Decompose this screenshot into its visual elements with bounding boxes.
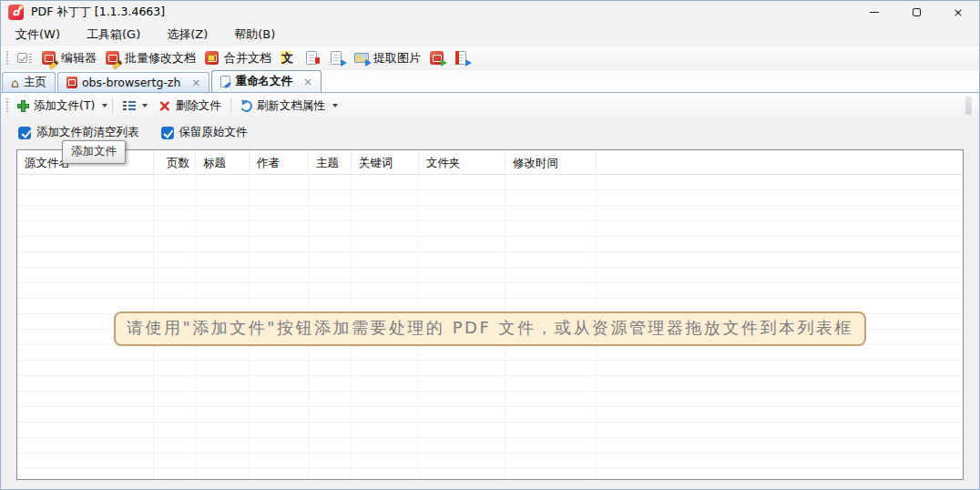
tab-rename-files[interactable]: 重命名文件 × bbox=[211, 70, 322, 92]
rename-doc-button[interactable]: 文 bbox=[277, 49, 300, 67]
column-header-folder[interactable]: 文件夹 bbox=[419, 150, 505, 174]
menu-item-select[interactable]: 选择(Z) bbox=[158, 25, 217, 45]
list-style-dropdown-icon bbox=[142, 104, 148, 107]
doc-export-button[interactable] bbox=[326, 49, 349, 67]
maximize-icon[interactable] bbox=[895, 1, 937, 24]
keep-original-files-checkbox[interactable]: 保留原始文件 bbox=[161, 125, 248, 140]
numbered-list-icon bbox=[122, 100, 136, 111]
pdf-file-icon bbox=[66, 77, 77, 88]
merge-docs-icon bbox=[205, 51, 220, 66]
add-files-button[interactable]: 添加文件(T) bbox=[13, 97, 99, 116]
menu-item-file[interactable]: 文件(W) bbox=[6, 25, 69, 45]
options-row: 添加文件前清空列表 保留原始文件 bbox=[1, 118, 979, 147]
tabbar: ⌂ 主页 obs-browsertg-zh × 重命名文件 × bbox=[1, 70, 979, 92]
extract-images-icon bbox=[354, 51, 370, 66]
add-plus-icon bbox=[17, 100, 29, 112]
rename-doc-icon: 文 bbox=[281, 51, 296, 66]
pdf-editor-icon bbox=[42, 51, 57, 66]
add-files-tooltip: 添加文件 bbox=[62, 140, 126, 164]
app-window: d PDF 补丁丁 [1.1.3.4663] × 文件(W) 工具箱(G) 选择… bbox=[0, 0, 980, 490]
clear-list-before-add-checkbox[interactable]: 添加文件前清空列表 bbox=[18, 125, 139, 140]
delete-files-button[interactable]: × 删除文件 bbox=[153, 97, 225, 116]
menubar: 文件(W) 工具箱(G) 选择(Z) 帮助(B) bbox=[1, 24, 979, 45]
toolbar-gripper[interactable] bbox=[5, 50, 9, 66]
merge-docs-button[interactable]: 合并文档 bbox=[201, 48, 275, 68]
column-header-title[interactable]: 标题 bbox=[196, 150, 250, 174]
close-icon[interactable]: × bbox=[937, 1, 979, 24]
main-toolbar: 编辑器 批量修改文档 合并文档 文 提取图片 bbox=[1, 45, 979, 70]
tab-close-icon[interactable]: × bbox=[303, 76, 312, 88]
doc-structure-icon bbox=[454, 51, 470, 66]
refresh-dropdown-icon[interactable] bbox=[332, 104, 338, 107]
titlebar: d PDF 补丁丁 [1.1.3.4663] × bbox=[1, 1, 979, 24]
window-controls: × bbox=[853, 1, 979, 24]
add-files-dropdown-icon[interactable] bbox=[102, 104, 107, 107]
minimize-icon[interactable] bbox=[853, 1, 895, 24]
checkbox-icon[interactable] bbox=[161, 127, 174, 139]
pdf-extract-icon bbox=[430, 51, 445, 66]
window-title: PDF 补丁丁 [1.1.3.4663] bbox=[31, 5, 165, 20]
rename-toolbar: 添加文件(T) × 删除文件 刷新文档属性 bbox=[1, 93, 979, 118]
pdf-editor-button[interactable]: 编辑器 bbox=[38, 48, 100, 68]
extract-images-button[interactable]: 提取图片 bbox=[351, 48, 424, 68]
menu-item-help[interactable]: 帮助(B) bbox=[225, 25, 284, 45]
checkbox-icon[interactable] bbox=[18, 127, 31, 139]
column-header-filler bbox=[597, 150, 963, 174]
column-header-modified-time[interactable]: 修改时间 bbox=[505, 150, 597, 174]
rename-file-icon bbox=[220, 76, 230, 87]
tab-home[interactable]: ⌂ 主页 bbox=[2, 72, 56, 92]
toolbar-separator bbox=[112, 97, 113, 114]
menu-item-toolbox[interactable]: 工具箱(G) bbox=[77, 25, 149, 45]
toolbar-overflow-handle[interactable] bbox=[965, 96, 972, 115]
file-list-body[interactable]: 请使用"添加文件"按钮添加需要处理的 PDF 文件，或从资源管理器拖放文件到本列… bbox=[17, 175, 963, 479]
doc-export-icon bbox=[330, 51, 345, 66]
column-header-keywords[interactable]: 关键词 bbox=[352, 150, 419, 174]
list-style-button[interactable] bbox=[117, 98, 152, 113]
delete-x-icon: × bbox=[158, 100, 170, 112]
toolbar-separator bbox=[230, 97, 231, 114]
refresh-icon bbox=[239, 98, 254, 114]
home-icon: ⌂ bbox=[11, 77, 19, 89]
select-mode-icon bbox=[17, 51, 33, 66]
file-list-header: 源文件名 页数 标题 作者 主题 关键词 文件夹 修改时间 bbox=[17, 150, 963, 175]
tab-obs-browsertg-zh[interactable]: obs-browsertg-zh × bbox=[57, 72, 210, 92]
tab-close-icon[interactable]: × bbox=[191, 77, 200, 89]
column-header-subject[interactable]: 主题 bbox=[309, 150, 352, 174]
column-header-pages[interactable]: 页数 bbox=[154, 150, 196, 174]
doc-bookmark-icon bbox=[305, 51, 321, 66]
toolbar-gripper[interactable] bbox=[5, 97, 9, 114]
pdf-extract-button[interactable] bbox=[426, 49, 449, 67]
doc-bookmark-button[interactable] bbox=[301, 49, 324, 67]
doc-structure-button[interactable] bbox=[451, 49, 474, 67]
column-header-author[interactable]: 作者 bbox=[250, 150, 309, 174]
rename-files-page: 添加文件(T) × 删除文件 刷新文档属性 添加文件前清空列 bbox=[1, 92, 979, 489]
batch-edit-docs-icon bbox=[106, 51, 121, 66]
app-logo-icon: d bbox=[8, 5, 24, 20]
file-list: 源文件名 页数 标题 作者 主题 关键词 文件夹 修改时间 请使用"添加文件"按… bbox=[16, 149, 964, 480]
refresh-doc-props-button[interactable]: 刷新文档属性 bbox=[236, 97, 330, 116]
batch-edit-docs-button[interactable]: 批量修改文档 bbox=[102, 48, 199, 68]
empty-list-hint: 请使用"添加文件"按钮添加需要处理的 PDF 文件，或从资源管理器拖放文件到本列… bbox=[114, 311, 866, 346]
select-mode-button[interactable] bbox=[14, 49, 36, 67]
